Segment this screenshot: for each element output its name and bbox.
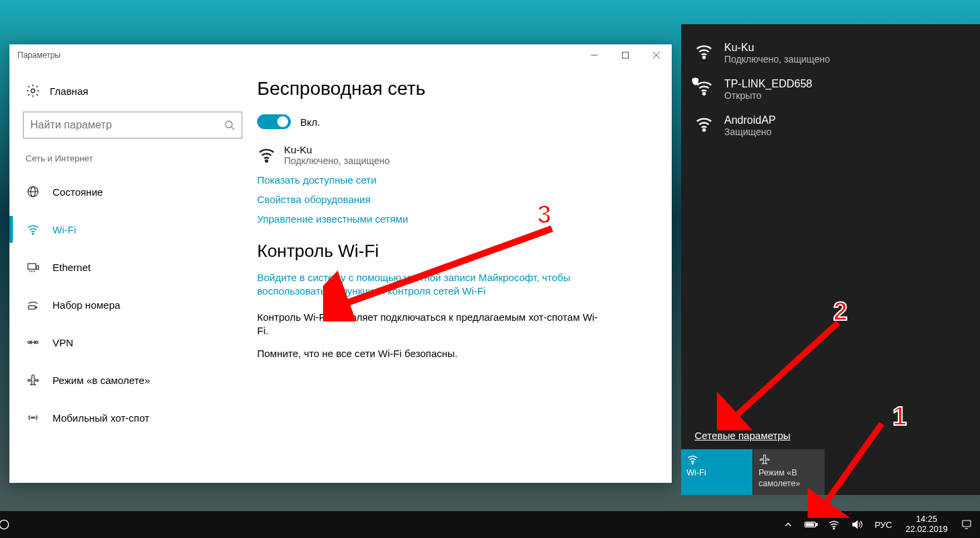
svg-point-25 (692, 463, 693, 464)
minimize-button[interactable] (579, 44, 610, 66)
flyout-net-name: AndroidAP (724, 114, 776, 126)
flyout-network-kuku[interactable]: Ku-Ku Подключено, защищено (681, 35, 980, 71)
svg-rect-29 (806, 523, 814, 526)
home-label: Главная (50, 85, 88, 97)
shield-icon (691, 77, 700, 86)
network-settings-link[interactable]: Сетевые параметры (681, 430, 980, 449)
content-area: Беспроводная сеть Вкл. Ku-Ku Подключено,… (253, 66, 672, 483)
home-button[interactable]: Главная (26, 83, 242, 98)
svg-rect-28 (816, 523, 818, 526)
hotspot-icon (26, 410, 40, 425)
nav-label: Мобильный хот-спот (53, 412, 149, 424)
nav-label: Состояние (53, 186, 103, 198)
svg-point-26 (0, 520, 9, 529)
wifi-icon (26, 222, 40, 237)
network-flyout: Ku-Ku Подключено, защищено TP-LINK_EDD65… (681, 24, 980, 495)
close-button[interactable] (641, 44, 672, 66)
tray-battery-icon[interactable] (802, 511, 820, 538)
tile-label: Режим «В самолете» (759, 468, 819, 489)
settings-window: Параметры Главная Сеть и Интернет (9, 44, 672, 483)
svg-point-21 (266, 160, 268, 162)
svg-point-17 (36, 307, 37, 308)
network-status: Подключено, защищено (284, 155, 390, 166)
tray-notifications-icon[interactable] (957, 511, 976, 538)
flyout-net-status: Защищено (724, 126, 776, 137)
nav-label: Wi-Fi (53, 224, 76, 235)
nav-airplane[interactable]: Режим «в самолете» (23, 361, 242, 399)
svg-line-6 (232, 127, 234, 130)
titlebar: Параметры (9, 44, 672, 66)
flyout-net-name: TP-LINK_EDD658 (724, 78, 812, 90)
section-label: Сеть и Интернет (26, 153, 242, 163)
toggle-label: Вкл. (300, 116, 320, 128)
svg-point-4 (31, 89, 35, 93)
section-heading: Контроль Wi-Fi (257, 241, 654, 262)
svg-rect-31 (963, 521, 971, 527)
vpn-icon (26, 335, 40, 350)
wifi-icon (695, 114, 713, 133)
wifi-toggle[interactable] (257, 114, 291, 129)
tray-chevron-icon[interactable] (779, 511, 798, 538)
dialup-icon (26, 297, 40, 312)
svg-point-22 (703, 56, 705, 59)
tile-airplane[interactable]: Режим «В самолете» (753, 449, 825, 495)
taskbar: РУС 14:25 22.02.2019 (0, 511, 980, 538)
taskbar-cortana-icon[interactable] (0, 511, 13, 538)
tray-volume-icon[interactable] (847, 511, 866, 538)
wifi-icon (687, 453, 699, 465)
svg-point-24 (703, 129, 705, 131)
nav-vpn[interactable]: VPN (23, 323, 242, 361)
wifi-sense-warn: Помните, что не все сети Wi-Fi безопасны… (257, 347, 607, 360)
network-name: Ku-Ku (284, 144, 390, 155)
nav-hotspot[interactable]: Мобильный хот-спот (23, 399, 242, 436)
svg-rect-11 (28, 264, 36, 269)
svg-point-5 (225, 121, 232, 128)
tile-wifi[interactable]: Wi-Fi (681, 449, 753, 495)
wifi-sense-desc: Контроль Wi-Fi позволяет подключаться к … (257, 311, 607, 338)
nav-wifi[interactable]: Wi-Fi (23, 210, 242, 248)
globe-icon (26, 184, 40, 199)
current-network[interactable]: Ku-Ku Подключено, защищено (257, 144, 654, 166)
svg-point-30 (833, 528, 835, 529)
flyout-net-status: Открыто (724, 90, 812, 101)
manage-networks-link[interactable]: Управление известными сетями (257, 213, 654, 225)
window-title: Параметры (18, 50, 61, 60)
svg-rect-16 (28, 306, 35, 309)
tray-wifi-icon[interactable] (825, 511, 843, 538)
search-icon (224, 120, 235, 130)
airplane-icon (759, 453, 771, 465)
hardware-props-link[interactable]: Свойства оборудования (257, 194, 654, 205)
flyout-net-status: Подключено, защищено (724, 54, 830, 65)
wifi-icon (695, 42, 713, 61)
svg-point-10 (32, 233, 34, 235)
tray-date: 22.02.2019 (905, 525, 948, 535)
flyout-network-tplink[interactable]: TP-LINK_EDD658 Открыто (681, 71, 980, 108)
nav-label: Ethernet (53, 262, 91, 273)
show-networks-link[interactable]: Показать доступные сети (257, 174, 654, 186)
tray-language[interactable]: РУС (874, 520, 892, 530)
search-box[interactable] (23, 112, 242, 139)
gear-icon (26, 83, 40, 98)
nav-status[interactable]: Состояние (23, 173, 242, 210)
page-heading: Беспроводная сеть (257, 78, 654, 100)
signin-link[interactable]: Войдите в систему с помощью учетной запи… (257, 271, 607, 299)
svg-point-23 (703, 93, 705, 95)
search-input[interactable] (30, 119, 224, 131)
maximize-button[interactable] (610, 44, 641, 66)
nav-dialup[interactable]: Набор номера (23, 286, 242, 323)
svg-point-20 (32, 417, 34, 418)
svg-rect-12 (36, 266, 38, 269)
wifi-icon (257, 145, 276, 164)
tray-time: 14:25 (905, 514, 948, 525)
flyout-net-name: Ku-Ku (724, 42, 830, 54)
tile-label: Wi-Fi (687, 468, 747, 479)
sidebar: Главная Сеть и Интернет Состояние Wi-Fi … (9, 66, 253, 483)
flyout-network-androidap[interactable]: AndroidAP Защищено (681, 108, 980, 144)
nav-label: VPN (53, 337, 73, 348)
nav-ethernet[interactable]: Ethernet (23, 248, 242, 286)
ethernet-icon (26, 260, 40, 274)
airplane-icon (26, 373, 40, 387)
tray-clock[interactable]: 14:25 22.02.2019 (905, 514, 948, 535)
nav-label: Режим «в самолете» (53, 375, 150, 386)
nav-label: Набор номера (53, 299, 120, 311)
